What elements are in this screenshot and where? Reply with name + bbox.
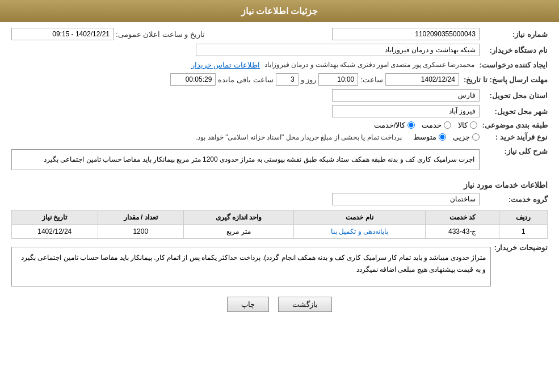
- services-table: ردیف کد خدمت نام خدمت واحد اندازه گیری ت…: [11, 210, 548, 239]
- purchase-type-jozi[interactable]: جزیی: [453, 133, 480, 141]
- deadline-remaining-input: [170, 73, 216, 86]
- content-area: شماره نیاز: تاریخ و ساعت اعلان عمومی: نا…: [0, 22, 559, 324]
- service-group-input: [332, 193, 480, 205]
- buyer-comments-box: متراژ حدودی میباشد و باید تمام کار سرامی…: [11, 247, 491, 286]
- row-province: استان محل تحویل:: [11, 89, 548, 102]
- purchase-type-radio-group: جزیی متوسط: [413, 133, 480, 141]
- category-label-kala-khedmat: کالا/خدمت: [374, 121, 406, 129]
- row-description: شرح کلی نیاز: اجرت سرامیک کاری کف و بدنه…: [11, 145, 548, 175]
- form-section: شماره نیاز: تاریخ و ساعت اعلان عمومی: نا…: [11, 28, 548, 312]
- purchase-note: پرداخت تمام یا بخشی از مبلغ خریدار محل "…: [196, 133, 402, 141]
- row-buyer-comments: توضیحات خریدار: متراژ حدودی میباشد و بای…: [11, 243, 548, 290]
- col-unit: واحد اندازه گیری: [183, 210, 293, 225]
- cell-date: 1402/12/24: [12, 225, 98, 239]
- category-label-kala: کالا: [458, 121, 468, 129]
- purchase-type-radio-motvaset[interactable]: [439, 133, 446, 141]
- table-row: 1 ج-43-433 پایانه‌دهی و تکمیل بنا متر مر…: [12, 225, 548, 239]
- purchase-type-label-motvaset: متوسط: [413, 133, 436, 141]
- category-label: طبقه بندی موضوعی:: [477, 121, 548, 129]
- row-device-name: نام دستگاه خریدار:: [11, 44, 548, 56]
- category-radio-kala-khedmat[interactable]: [407, 121, 415, 129]
- col-service-code: کد خدمت: [425, 210, 499, 225]
- province-label: استان محل تحویل:: [480, 91, 548, 100]
- description-text: اجرت سرامیک کاری کف و بدنه طبقه همکف ستا…: [44, 155, 474, 163]
- services-section-title: اطلاعات خدمات مورد نیاز: [11, 180, 548, 189]
- deadline-days-label: روز و: [299, 75, 319, 84]
- deadline-label: مهلت ارسال پاسخ: تا تاریخ:: [459, 75, 548, 84]
- category-option-kala[interactable]: کالا: [458, 121, 477, 129]
- creator-contact-link[interactable]: اطلاعات تماس خریدار: [191, 61, 260, 69]
- description-box: اجرت سرامیک کاری کف و بدنه طبقه همکف ستا…: [11, 149, 480, 170]
- category-label-khedmat: خدمت: [422, 121, 442, 129]
- row-service-group: گروه خدمت:: [11, 193, 548, 205]
- col-service-name: نام خدمت: [293, 210, 425, 225]
- request-number-input: [332, 28, 480, 40]
- services-table-container: ردیف کد خدمت نام خدمت واحد اندازه گیری ت…: [11, 210, 548, 239]
- buyer-comments-text: متراژ حدودی میباشد و باید تمام کار سرامی…: [21, 254, 486, 273]
- cell-service-name: پایانه‌دهی و تکمیل بنا: [293, 225, 425, 239]
- back-button[interactable]: بازگشت: [278, 297, 332, 312]
- province-input: [332, 89, 480, 102]
- deadline-remaining-label: ساعت باقی مانده: [216, 75, 275, 84]
- row-request-number: شماره نیاز: تاریخ و ساعت اعلان عمومی:: [11, 28, 548, 40]
- service-group-label: گروه خدمت:: [480, 195, 548, 204]
- category-radio-kala[interactable]: [470, 121, 477, 129]
- device-name-label: نام دستگاه خریدار:: [480, 46, 548, 54]
- category-radio-group: کالا خدمت کالا/خدمت: [374, 121, 478, 129]
- device-name-input: [196, 44, 480, 56]
- services-table-body: 1 ج-43-433 پایانه‌دهی و تکمیل بنا متر مر…: [12, 225, 548, 239]
- row-city: شهر محل تحویل:: [11, 105, 548, 117]
- page-container: جزئیات اطلاعات نیاز شماره نیاز: تاریخ و …: [0, 0, 559, 392]
- col-quantity: تعداد / مقدار: [98, 210, 183, 225]
- announcement-datetime-input: [11, 28, 114, 40]
- description-label: شرح کلی نیاز:: [480, 145, 548, 155]
- purchase-type-label: نوع فرآیند خرید :: [480, 133, 548, 141]
- col-row-number: ردیف: [499, 210, 548, 225]
- category-radio-khedmat[interactable]: [444, 121, 451, 129]
- deadline-time-label: ساعت:: [358, 75, 385, 84]
- deadline-days-input: [276, 73, 299, 86]
- col-date: تاریخ نیاز: [12, 210, 98, 225]
- request-number-label: شماره نیاز:: [480, 30, 548, 39]
- buyer-comments-label: توضیحات خریدار:: [491, 243, 548, 252]
- creator-label: ایجاد کننده درخواست:: [474, 61, 548, 69]
- row-category: طبقه بندی موضوعی: کالا خدمت کالا/خدمت: [11, 121, 548, 129]
- cell-unit: متر مربع: [183, 225, 293, 239]
- print-button[interactable]: چاپ: [227, 297, 269, 312]
- city-input: [332, 105, 480, 117]
- announcement-datetime-label: تاریخ و ساعت اعلان عمومی:: [114, 30, 207, 39]
- cell-quantity: 1200: [98, 225, 183, 239]
- creator-value: محمدرضا عسکری پور متصدی امور دفتری شبکه …: [264, 60, 474, 70]
- purchase-type-radio-jozi[interactable]: [472, 133, 480, 141]
- row-deadline: مهلت ارسال پاسخ: تا تاریخ: ساعت: روز و س…: [11, 73, 548, 86]
- button-row: بازگشت چاپ: [11, 297, 548, 312]
- category-option-khedmat[interactable]: خدمت: [422, 121, 451, 129]
- category-option-kala-khedmat[interactable]: کالا/خدمت: [374, 121, 415, 129]
- cell-service-code: ج-43-433: [425, 225, 499, 239]
- cell-row-number: 1: [499, 225, 548, 239]
- table-header-row: ردیف کد خدمت نام خدمت واحد اندازه گیری ت…: [12, 210, 548, 225]
- purchase-type-motvaset[interactable]: متوسط: [413, 133, 446, 141]
- page-header: جزئیات اطلاعات نیاز: [0, 0, 559, 22]
- row-creator: ایجاد کننده درخواست: محمدرضا عسکری پور م…: [11, 60, 548, 70]
- purchase-type-label-jozi: جزیی: [453, 133, 470, 141]
- city-label: شهر محل تحویل:: [480, 107, 548, 116]
- page-title: جزئیات اطلاعات نیاز: [241, 6, 318, 16]
- deadline-time-input: [318, 73, 358, 86]
- row-purchase-type: نوع فرآیند خرید : جزیی متوسط پرداخت تمام…: [11, 133, 548, 141]
- deadline-date-input: [385, 73, 459, 86]
